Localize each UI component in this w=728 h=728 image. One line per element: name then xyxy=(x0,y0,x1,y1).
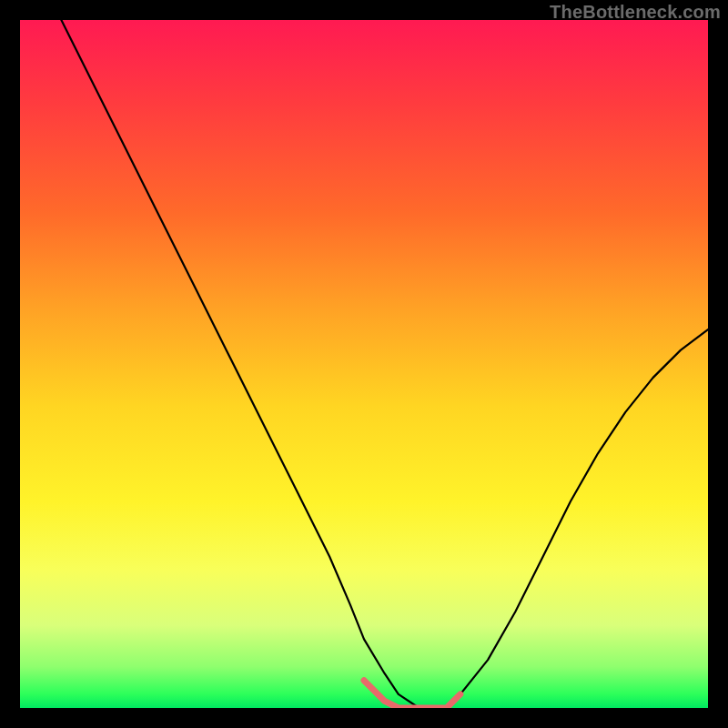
curve-layer xyxy=(20,20,708,708)
bottleneck-curve xyxy=(61,20,708,708)
plot-area xyxy=(20,20,708,708)
chart-stage: TheBottleneck.com xyxy=(0,0,728,728)
watermark-text: TheBottleneck.com xyxy=(550,2,721,23)
